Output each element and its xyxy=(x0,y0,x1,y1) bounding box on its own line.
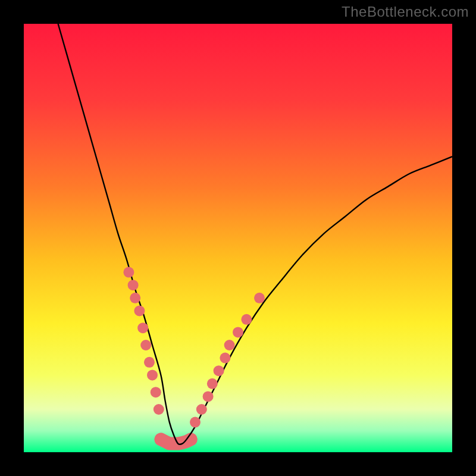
marker-dot xyxy=(154,404,164,415)
marker-dot xyxy=(190,417,201,428)
marker-dot xyxy=(147,369,158,380)
chart-frame: TheBottleneck.com xyxy=(0,0,476,476)
marker-dot xyxy=(254,293,265,303)
marker-dot xyxy=(123,267,134,278)
marker-dot xyxy=(128,280,139,290)
plot-area xyxy=(24,24,452,452)
marker-dot xyxy=(144,357,155,368)
watermark-label: TheBottleneck.com xyxy=(342,4,469,20)
marker-dot xyxy=(130,293,140,303)
marker-dot xyxy=(241,314,252,325)
marker-dot xyxy=(203,391,214,402)
gradient-background xyxy=(24,24,452,452)
marker-dot xyxy=(151,387,161,397)
marker-dot xyxy=(137,322,148,333)
marker-dot xyxy=(196,404,207,415)
marker-dot xyxy=(140,340,151,350)
marker-dot xyxy=(214,365,224,376)
marker-dot xyxy=(224,340,235,350)
marker-dot xyxy=(233,327,243,337)
marker-dot xyxy=(220,353,230,364)
marker-dot xyxy=(134,305,145,316)
bottleneck-chart xyxy=(24,24,452,452)
marker-dot xyxy=(207,378,218,389)
